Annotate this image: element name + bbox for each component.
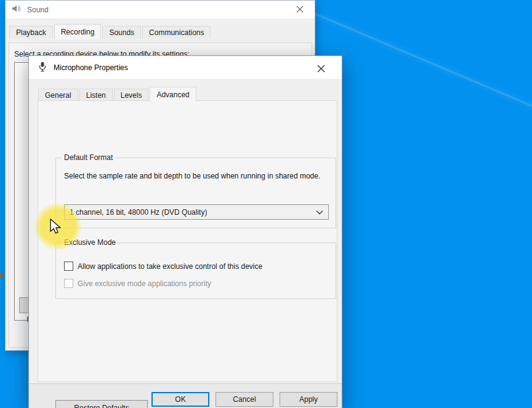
mic-close-icon[interactable] (311, 60, 331, 76)
sample-rate-dropdown[interactable]: 1 channel, 16 bit, 48000 Hz (DVD Quality… (64, 204, 329, 220)
tab-recording-label: Recording (61, 28, 95, 36)
sound-dialog-title: Sound (27, 6, 49, 14)
mic-tab-bar: General Listen Levels Advanced (38, 87, 196, 102)
mic-titlebar[interactable]: Microphone Properties (29, 56, 342, 79)
restore-defaults-button[interactable]: Restore Defaults (55, 400, 148, 408)
exclusive-control-checkbox[interactable] (64, 262, 73, 271)
mic-dialog-title: Microphone Properties (54, 63, 128, 72)
sound-titlebar[interactable]: Sound (6, 1, 315, 18)
exclusive-control-label: Allow applications to take exclusive con… (78, 262, 262, 271)
tab-levels[interactable]: Levels (114, 89, 149, 102)
priority-label: Give exclusive mode applications priorit… (78, 279, 211, 288)
tab-general-label: General (45, 91, 71, 100)
microphone-icon (38, 62, 47, 74)
tab-advanced-label: Advanced (156, 90, 189, 99)
tab-sounds-label: Sounds (109, 28, 134, 37)
tab-levels-label: Levels (121, 91, 142, 100)
tab-communications[interactable]: Communications (142, 26, 211, 39)
chevron-down-icon (315, 209, 324, 218)
tab-advanced[interactable]: Advanced (150, 87, 196, 102)
tab-sounds[interactable]: Sounds (102, 26, 141, 39)
tab-recording[interactable]: Recording (54, 24, 102, 39)
advanced-tab-page: Default Format Select the sample rate an… (38, 100, 337, 382)
default-format-description: Select the sample rate and bit depth to … (64, 171, 328, 182)
apply-button[interactable]: Apply (280, 392, 337, 407)
default-format-legend: Default Format (62, 153, 115, 162)
tab-listen-label: Listen (86, 91, 106, 100)
exclusive-mode-group: Exclusive Mode (55, 242, 336, 299)
priority-row: Give exclusive mode applications priorit… (64, 279, 211, 288)
speaker-icon (11, 4, 21, 15)
microphone-properties-dialog: Microphone Properties General Listen Lev… (28, 55, 342, 408)
sample-rate-selected-value: 1 channel, 16 bit, 48000 Hz (DVD Quality… (70, 208, 207, 217)
sound-tab-bar: Playback Recording Sounds Communications (9, 24, 211, 39)
sound-close-icon[interactable] (290, 1, 310, 17)
desktop-icon-fragment (0, 273, 4, 278)
tab-playback-label: Playback (16, 28, 46, 37)
cancel-button[interactable]: Cancel (216, 392, 273, 407)
ok-button[interactable]: OK (151, 392, 209, 407)
wallpaper-light-ray (310, 11, 532, 114)
priority-checkbox (64, 279, 73, 288)
tab-general[interactable]: General (38, 89, 78, 102)
exclusive-control-row: Allow applications to take exclusive con… (64, 262, 262, 271)
exclusive-mode-legend: Exclusive Mode (62, 238, 118, 247)
desktop-wallpaper: Sound Playback Recording Sounds Communic… (0, 0, 532, 408)
tab-playback[interactable]: Playback (9, 26, 53, 39)
tab-listen[interactable]: Listen (79, 89, 113, 102)
tab-communications-label: Communications (149, 28, 204, 37)
